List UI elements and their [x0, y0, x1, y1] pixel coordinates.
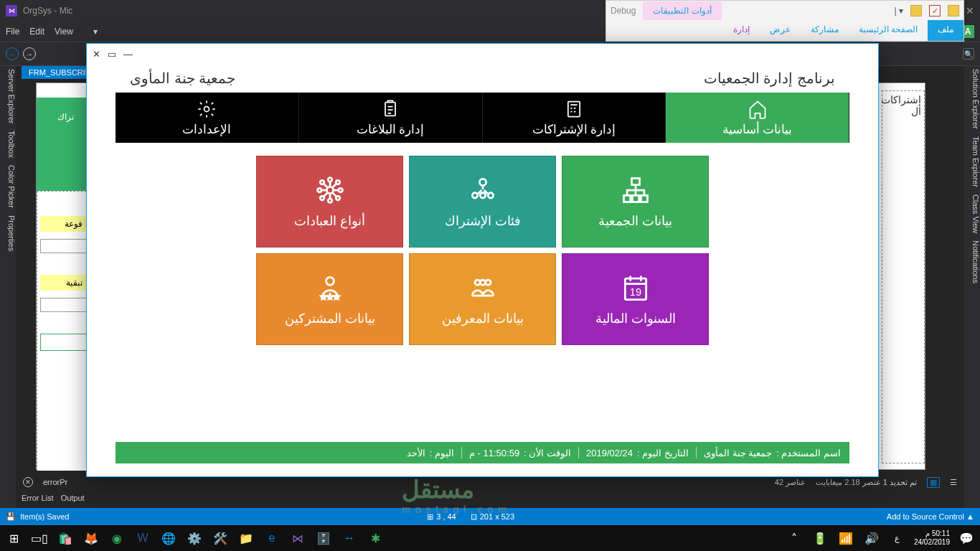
taskbar-clock[interactable]: 50:11 م 24/02/2019: [914, 529, 950, 547]
explorer-view-tiles-icon[interactable]: ▦: [927, 477, 940, 488]
tab-error-list[interactable]: Error List: [22, 494, 54, 505]
edge-icon[interactable]: e: [263, 529, 281, 547]
search-icon[interactable]: 🔍: [963, 48, 974, 60]
app-titlebar[interactable]: ✕ ▭ —: [87, 44, 878, 64]
explorer-icon[interactable]: 📁: [237, 529, 255, 547]
rail-server-explorer[interactable]: Server Explorer: [0, 69, 16, 123]
rail-notifications[interactable]: Notifications: [964, 240, 980, 283]
status-user-value: جمعية جنة المأوى: [704, 448, 772, 458]
nav-basic-label: بيانات أساسية: [722, 122, 793, 137]
ribbon-apps-tools[interactable]: أدوات التطبيقات: [643, 1, 721, 20]
tray-expand-icon[interactable]: ˄: [785, 529, 804, 547]
volume-icon[interactable]: 🔊: [862, 529, 881, 547]
vs-statusbar: 💾 Item(s) Saved ⊞ 3 , 44 ⊡ 201 x 523 Add…: [0, 508, 980, 525]
error-provider-icon[interactable]: ✕: [23, 477, 33, 487]
tile-fiscal-years[interactable]: 19 السنوات المالية: [562, 253, 709, 345]
org-chart-icon: [620, 174, 651, 206]
svg-point-2: [204, 106, 209, 111]
gear-icon: [197, 99, 217, 119]
nav-basic-data[interactable]: بيانات أساسية: [666, 93, 849, 143]
status-user-label: اسم المستخدم :: [776, 448, 841, 458]
svg-rect-0: [568, 101, 580, 116]
calculator-icon: [564, 99, 584, 119]
app-running-icon[interactable]: ✱: [366, 529, 385, 547]
word-icon[interactable]: W: [133, 529, 152, 547]
svg-text:19: 19: [629, 286, 641, 298]
tile-sub-categories[interactable]: فئات الإشتراك: [409, 156, 556, 248]
nav-reports[interactable]: إدارة البلاغات: [299, 93, 483, 143]
app-header: برنامج إدارة الجمعيات جمعية جنة المأوى: [87, 64, 878, 93]
svg-rect-3: [631, 179, 639, 185]
status-source-control[interactable]: Add to Source Control ▲: [887, 512, 974, 521]
ribbon-debug: Debug: [611, 6, 636, 16]
nav-subs-label: إدارة الإشتراكات: [532, 122, 616, 137]
teamviewer-icon[interactable]: ↔: [340, 529, 359, 547]
tile-worship-types[interactable]: أنواع العبادات: [256, 156, 403, 248]
explorer-status-selection: تم تحديد 1 عنصر 2.18 ميغابايت: [816, 478, 917, 487]
store-icon[interactable]: 🛍️: [56, 529, 75, 547]
rail-solution-explorer[interactable]: Solution Explorer: [964, 69, 980, 129]
task-view-icon[interactable]: ▭▯: [30, 529, 49, 547]
app-main-nav: بيانات أساسية إدارة الإشتراكات إدارة الب…: [116, 93, 849, 143]
visualstudio-icon[interactable]: ⋈: [288, 529, 307, 547]
status-items-saved: Item(s) Saved: [20, 512, 69, 521]
tile-identifiers[interactable]: بيانات المعرفين: [409, 253, 556, 345]
menu-view[interactable]: View: [55, 27, 73, 37]
svg-point-10: [480, 193, 485, 198]
tile-fiscal-label: السنوات المالية: [595, 311, 676, 326]
nav-subscriptions[interactable]: إدارة الإشتراكات: [483, 93, 666, 143]
status-date-value: 2019/02/24: [586, 448, 633, 458]
chrome-icon[interactable]: 🌐: [159, 529, 178, 547]
status-position-icon: ⊞: [427, 512, 433, 522]
battery-icon[interactable]: 🔋: [811, 529, 829, 547]
status-day-value: الأحد: [407, 448, 425, 458]
rail-class-view[interactable]: Class View: [964, 194, 980, 233]
ribbon-tab-manage[interactable]: إدارة: [723, 20, 760, 41]
settings-app-icon[interactable]: ⚙️: [185, 529, 204, 547]
status-position: 3 , 44: [436, 512, 456, 521]
app-minimize-icon[interactable]: —: [123, 49, 133, 60]
explorer-view-details-icon[interactable]: ☰: [950, 478, 957, 487]
ribbon-tab-home[interactable]: الصفحة الرئيسية: [849, 20, 928, 41]
nav-settings[interactable]: الإعدادات: [116, 93, 299, 143]
nav-back-icon[interactable]: ←: [6, 47, 19, 60]
sqlserver-icon[interactable]: 🗄️: [314, 529, 333, 547]
menu-file[interactable]: File: [6, 27, 19, 37]
ribbon-tab-view[interactable]: عرض: [760, 20, 801, 41]
clock-time: 50:11 م: [914, 529, 950, 538]
notifications-icon[interactable]: 💬: [957, 529, 976, 547]
error-provider-label[interactable]: errorPr: [43, 478, 67, 486]
rail-properties[interactable]: Properties: [0, 215, 16, 251]
ribbon-tab-share[interactable]: مشاركة: [801, 20, 849, 41]
folder-icon[interactable]: [948, 5, 959, 17]
anaconda-icon[interactable]: ◉: [108, 529, 126, 547]
rail-team-explorer[interactable]: Team Explorer: [964, 136, 980, 187]
firefox-icon[interactable]: 🦊: [82, 529, 100, 547]
svg-point-15: [338, 188, 342, 192]
lang-icon[interactable]: ع: [888, 529, 907, 547]
app-maximize-icon[interactable]: ▭: [108, 49, 116, 60]
home-icon: [748, 99, 768, 119]
tab-output[interactable]: Output: [61, 494, 85, 505]
clock-date: 24/02/2019: [914, 538, 950, 547]
rail-color-picker[interactable]: Color Picker: [0, 165, 16, 208]
status-size: 201 x 523: [480, 512, 514, 521]
nav-forward-icon[interactable]: →: [23, 47, 36, 60]
folder-icon[interactable]: [910, 5, 922, 17]
start-button[interactable]: ⊞: [4, 529, 23, 547]
partial-form-behind: تراك فوعة : تبقية :: [37, 98, 94, 471]
menu-edit[interactable]: Edit: [29, 27, 44, 37]
tile-identifiers-label: بيانات المعرفين: [442, 311, 524, 326]
app-close-icon[interactable]: ✕: [93, 49, 100, 60]
tile-subscribers[interactable]: بيانات المشتركين: [256, 253, 403, 345]
rail-toolbox[interactable]: Toolbox: [0, 131, 16, 158]
ribbon-tab-file[interactable]: ملف: [928, 20, 963, 41]
close-icon[interactable]: ✕: [966, 5, 974, 17]
wifi-icon[interactable]: 📶: [837, 529, 855, 547]
tile-org-data[interactable]: بيانات الجمعية: [562, 156, 709, 248]
status-size-icon: ⊡: [471, 512, 477, 522]
tools-icon[interactable]: 🛠️: [211, 529, 230, 547]
vs-right-rail: Solution Explorer Team Explorer Class Vi…: [964, 66, 980, 496]
explorer-check-icon[interactable]: ✓: [929, 5, 941, 17]
svg-point-14: [317, 188, 321, 192]
